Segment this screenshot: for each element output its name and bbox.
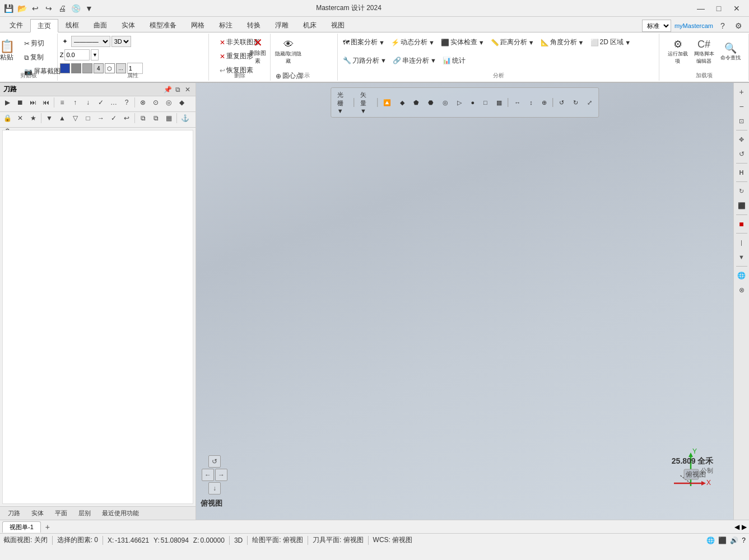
delete-elem-button[interactable]: ✕ 删除图素 xyxy=(246,35,269,66)
vp-btn5[interactable]: ◎ xyxy=(439,97,452,108)
tab-wireframe[interactable]: 线框 xyxy=(58,18,86,32)
qat-save[interactable]: 💾 xyxy=(2,2,15,15)
maximize-button[interactable]: □ xyxy=(711,2,727,15)
tp-stop[interactable]: ⏹ xyxy=(14,96,26,109)
standard-select[interactable]: 标准 xyxy=(642,20,671,32)
solid-check-btn[interactable]: ⬛ 实体检查▼ xyxy=(438,36,487,49)
panel-close[interactable]: ✕ xyxy=(183,85,192,94)
hide-show-button[interactable]: 👁 隐藏/取消隐藏 xyxy=(273,36,304,67)
tab-solid[interactable]: 实体 xyxy=(114,18,142,32)
qat-print[interactable]: 🖨 xyxy=(56,2,68,15)
tp2-copy2[interactable]: ⧉ xyxy=(150,112,162,124)
minimize-button[interactable]: — xyxy=(693,2,709,15)
status-sq[interactable]: ⬛ xyxy=(718,536,727,544)
tab-model-prep[interactable]: 模型准备 xyxy=(142,18,184,32)
tp2-copy1[interactable]: ⧉ xyxy=(137,112,149,124)
tp2-arrow[interactable]: → xyxy=(95,112,107,124)
region-2d-btn[interactable]: ⬜ 2D 区域▼ xyxy=(588,36,634,49)
line-type-select[interactable]: 3D xyxy=(111,36,131,47)
tp2-unlock[interactable]: ✕ xyxy=(14,112,26,124)
status-globe[interactable]: 🌐 xyxy=(706,536,715,544)
dynamic-analysis-btn[interactable]: ⚡ 动态分析▼ xyxy=(388,36,438,49)
qat-redo[interactable]: ↪ xyxy=(43,2,55,15)
vp-btn3[interactable]: ⬟ xyxy=(410,97,423,108)
plot-plane[interactable]: 绘图平面: 俯视图 xyxy=(252,535,303,545)
toolpath-analysis-btn[interactable]: 🔧 刀路分析▼ xyxy=(340,54,389,67)
tab-scroll-right[interactable]: ▶ xyxy=(742,523,747,531)
nav-left[interactable]: ← xyxy=(202,469,214,481)
tp2-star[interactable]: ★ xyxy=(27,112,39,124)
vp-btn13[interactable]: ↺ xyxy=(555,97,568,108)
rp-globe[interactable]: 🌐 xyxy=(735,269,748,282)
vp-btn12[interactable]: ⊕ xyxy=(538,97,551,108)
rp-pipe[interactable]: | xyxy=(735,236,748,249)
panel-float[interactable]: ⧉ xyxy=(173,85,182,94)
rp-zoom-fit[interactable]: ⊡ xyxy=(735,114,748,128)
tab-machine[interactable]: 机床 xyxy=(296,18,324,32)
tp-extra2[interactable]: ⊙ xyxy=(150,96,162,109)
tab-relief[interactable]: 浮雕 xyxy=(268,18,296,32)
run-addin-button[interactable]: ⚙ 运行加载项 xyxy=(665,36,690,67)
z-dropdown[interactable]: ▼ xyxy=(91,49,99,60)
nav-rotate[interactable]: ↺ xyxy=(208,455,221,468)
rp-rotate[interactable]: ↺ xyxy=(735,147,748,161)
tp2-lock[interactable]: 🔒 xyxy=(1,112,13,124)
lbt-plane[interactable]: 平面 xyxy=(49,508,73,519)
tab-annotation[interactable]: 标注 xyxy=(212,18,240,32)
tab-view[interactable]: 视图 xyxy=(324,18,352,32)
tp-info[interactable]: … xyxy=(108,96,120,109)
chain-analysis-btn[interactable]: 🔗 串连分析▼ xyxy=(390,54,439,67)
vp-raster[interactable]: 光栅 ▼ xyxy=(333,89,352,116)
paste-button[interactable]: 📋 粘贴 xyxy=(0,35,20,67)
my-mastercam-link[interactable]: myMastercam xyxy=(674,22,713,29)
viewport[interactable]: 光栅 ▼ 矢量 ▼ 🔼 ◆ ⬟ ⬣ ◎ ▷ ● □ ▦ ↔ ↕ ⊕ ↺ ↻ ⤢ xyxy=(196,83,733,520)
find-cmd-button[interactable]: 🔍 命令查找 xyxy=(718,36,743,67)
vp-btn1[interactable]: 🔼 xyxy=(379,97,395,108)
attr-star-btn[interactable]: ✦ xyxy=(60,36,70,46)
tab-mesh[interactable]: 网格 xyxy=(184,18,212,32)
lbt-recent[interactable]: 最近使用功能 xyxy=(96,508,145,519)
tp2-tri-dn[interactable]: ▽ xyxy=(69,112,81,124)
help-button[interactable]: ? xyxy=(717,20,729,32)
close-button[interactable]: ✕ xyxy=(729,2,745,15)
tp-up[interactable]: ↑ xyxy=(69,96,81,109)
tp-help[interactable]: ? xyxy=(120,96,133,109)
rp-zoom-in[interactable]: + xyxy=(735,85,748,99)
tp2-check2[interactable]: ✓ xyxy=(108,112,120,124)
rp-pan[interactable]: ✥ xyxy=(735,133,748,146)
z-input[interactable] xyxy=(64,49,90,60)
qat-dropdown[interactable]: ▼ xyxy=(83,2,95,15)
nav-down2[interactable]: ↓ xyxy=(208,482,221,494)
vp-btn15[interactable]: ⤢ xyxy=(583,97,596,108)
rp-arrow-dn[interactable]: ▼ xyxy=(735,250,748,264)
vp-btn10[interactable]: ↔ xyxy=(510,97,524,108)
rp-h[interactable]: H xyxy=(735,166,748,179)
lbt-toolpath[interactable]: 刀路 xyxy=(2,508,26,519)
tp2-anchor[interactable]: ⚓ xyxy=(179,112,191,124)
vp-btn4[interactable]: ⬣ xyxy=(424,97,438,108)
tp2-sq[interactable]: □ xyxy=(82,112,94,124)
status-sound[interactable]: 🔊 xyxy=(730,536,738,544)
vp-btn8[interactable]: □ xyxy=(480,97,491,108)
tp-menu[interactable]: ≡ xyxy=(56,96,68,109)
vp-btn9[interactable]: ▦ xyxy=(492,97,506,108)
vp-btn14[interactable]: ↻ xyxy=(569,97,582,108)
vp-btn2[interactable]: ◆ xyxy=(396,97,408,108)
vp-btn6[interactable]: ▷ xyxy=(453,97,466,108)
tp-step-back[interactable]: ⏮ xyxy=(40,96,52,109)
qat-undo[interactable]: ↩ xyxy=(29,2,41,15)
wcs-status[interactable]: WCS: 俯视图 xyxy=(373,535,413,545)
mode-3d[interactable]: 3D xyxy=(234,536,243,544)
lbt-layer[interactable]: 层别 xyxy=(73,508,96,519)
lbt-solid[interactable]: 实体 xyxy=(26,508,49,519)
tp-step-fwd[interactable]: ⏭ xyxy=(27,96,39,109)
dist-analysis-btn[interactable]: 📏 距离分析▼ xyxy=(488,36,537,49)
qat-save2[interactable]: 💿 xyxy=(69,2,82,15)
tp2-down2[interactable]: ▼ xyxy=(43,112,55,124)
map-analysis-btn[interactable]: 🗺 图案分析▼ xyxy=(340,36,388,49)
rp-view[interactable]: ⬛ xyxy=(735,199,748,212)
nav-right[interactable]: → xyxy=(215,469,227,481)
tp-down[interactable]: ↓ xyxy=(82,96,94,109)
rp-red-sq[interactable]: ■ xyxy=(735,217,748,231)
vp-vector[interactable]: 矢量 ▼ xyxy=(356,89,375,116)
